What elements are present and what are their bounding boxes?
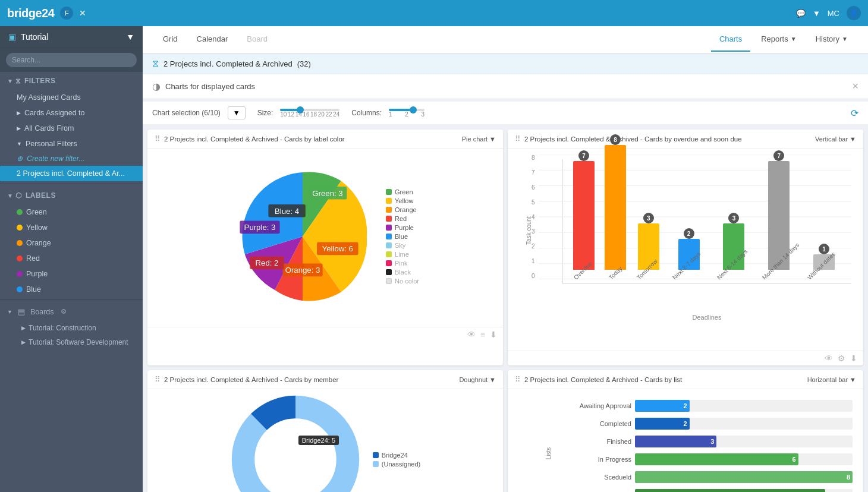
size-slider-thumb[interactable] xyxy=(297,106,304,113)
chart-card-3-header: ⠿ 2 Projects incl. Completed & Archived … xyxy=(147,370,503,389)
columns-slider-track[interactable] xyxy=(389,109,424,111)
pie-chart-svg: Blue: 4 Green: 3 Yellow: 6 Orange: 3 Red… xyxy=(231,165,374,308)
arrow-icon: ▼ xyxy=(7,78,13,84)
hbar-fill-todo: 7 xyxy=(635,489,825,492)
arrow-icon: ▶ xyxy=(17,125,21,131)
create-filter-label: Create new filter... xyxy=(27,154,84,163)
board-name: Tutorial: Construction xyxy=(29,324,96,332)
create-filter[interactable]: ⊕ Create new filter... xyxy=(0,152,143,166)
close-icon[interactable]: ✕ xyxy=(79,8,86,18)
refresh-btn[interactable]: ⟳ xyxy=(851,108,858,119)
chart2-footer: 👁 ⚙ ⬇ xyxy=(508,351,863,365)
project-dropdown-icon[interactable]: ▼ xyxy=(126,32,134,42)
filters-label: Filters xyxy=(24,77,56,85)
chart-card-1-header: ⠿ 2 Projects incl. Completed & Archived … xyxy=(147,130,503,149)
chart3-body: Bridge24: 5 (Unassigned): 27 Bridge24 (U… xyxy=(147,389,503,492)
chat-icon[interactable]: 💬 xyxy=(796,9,806,18)
download-icon[interactable]: ⬇ xyxy=(490,330,497,339)
label-icon: ⬡ xyxy=(15,191,22,200)
tab-reports[interactable]: Reports ▼ xyxy=(753,27,804,52)
filter-bar: ⧖ 2 Projects incl. Completed & Archived … xyxy=(143,53,868,74)
sidebar-item-my-assigned[interactable]: My Assigned Cards xyxy=(0,90,143,105)
svg-text:Purple: 3: Purple: 3 xyxy=(244,223,276,232)
chart2-type-btn[interactable]: Vertical bar ▼ xyxy=(815,135,856,143)
sidebar-label-blue[interactable]: Blue xyxy=(0,282,143,297)
chart4-type-btn[interactable]: Horizontal bar ▼ xyxy=(807,376,856,383)
boards-section-header[interactable]: ▼ ▤ Boards ⚙ xyxy=(0,302,143,321)
tab-history[interactable]: History ▼ xyxy=(807,27,856,52)
drag-icon[interactable]: ⠿ xyxy=(155,375,161,384)
chart2-type-arrow: ▼ xyxy=(850,135,856,143)
size-slider-track[interactable] xyxy=(280,109,339,111)
vbar-container: Task count 012345678 xyxy=(514,154,857,345)
sidebar-item-label: All Cards From xyxy=(24,124,74,133)
chart-card-3: ⠿ 2 Projects incl. Completed & Archived … xyxy=(147,370,503,492)
chart2-title: 2 Projects incl. Completed & Archived - … xyxy=(524,135,815,143)
reports-dropdown-icon: ▼ xyxy=(791,36,797,42)
pin-icon[interactable]: F xyxy=(60,7,73,20)
chart1-type-arrow: ▼ xyxy=(489,135,496,143)
tab-board[interactable]: Board xyxy=(238,27,276,52)
arrow-icon: ▶ xyxy=(21,325,26,331)
arrow-icon: ▶ xyxy=(17,110,21,116)
tab-charts-label: Charts xyxy=(719,34,742,43)
red-dot xyxy=(17,256,23,261)
columns-label: Columns: xyxy=(351,109,382,117)
search-input[interactable] xyxy=(6,53,137,67)
sidebar-item-all-cards[interactable]: ▶ All Cards From xyxy=(0,121,143,136)
sidebar-label-green[interactable]: Green xyxy=(0,204,143,220)
sidebar: ▣ Tutorial ▼ ▼ ⧖ Filters My Assigned Car… xyxy=(0,26,143,492)
hide-icon[interactable]: 👁 xyxy=(467,330,476,339)
hbar-val-finished: 3 xyxy=(710,438,714,445)
user-avatar[interactable]: 👤 xyxy=(847,6,861,20)
bar-badge-more14: 7 xyxy=(773,150,784,161)
bar-badge-tomorrow: 3 xyxy=(643,213,654,223)
tab-calendar[interactable]: Calendar xyxy=(188,27,237,52)
charts-close-btn[interactable]: × xyxy=(852,80,858,93)
sidebar-label-orange[interactable]: Orange xyxy=(0,235,143,251)
sidebar-label-red[interactable]: Red xyxy=(0,251,143,266)
download-icon[interactable]: ⬇ xyxy=(850,354,857,363)
project-selector[interactable]: ▣ Tutorial ▼ xyxy=(0,26,143,48)
tab-grid[interactable]: Grid xyxy=(155,27,186,52)
chart4-body: Lists Awaiting Approval 2 xyxy=(508,389,863,492)
columns-slider-thumb[interactable] xyxy=(410,106,417,113)
sidebar-item-cards-assigned[interactable]: ▶ Cards Assigned to xyxy=(0,105,143,121)
sidebar-item-personal-filters[interactable]: ▼ Personal Filters xyxy=(0,136,143,152)
labels-section-header[interactable]: ▼ ⬡ Labels xyxy=(0,187,143,204)
chart-selection-label: Chart selection (6/10) xyxy=(152,109,221,117)
chart1-type-btn[interactable]: Pie chart ▼ xyxy=(462,135,496,143)
drag-icon[interactable]: ⠿ xyxy=(515,134,521,143)
vbar-tomorrow: 3 Tomorrow xyxy=(636,223,662,283)
chart3-type-btn[interactable]: Doughnut ▼ xyxy=(459,376,496,383)
chart-card-2-header: ⠿ 2 Projects incl. Completed & Archived … xyxy=(508,130,863,149)
chart3-type-label: Doughnut xyxy=(459,376,488,383)
vbar-nodates: 1 Without dates xyxy=(806,254,842,283)
tab-history-label: History xyxy=(816,34,839,43)
sidebar-label-yellow[interactable]: Yellow xyxy=(0,220,143,235)
blue-dot xyxy=(17,286,23,292)
hbar-track-inprogress: 6 xyxy=(635,453,853,465)
table-icon[interactable]: ≡ xyxy=(480,330,485,339)
settings-icon[interactable]: ⚙ xyxy=(838,354,845,363)
sidebar-item-active-filter[interactable]: 2 Projects incl. Completed & Ar... xyxy=(0,166,143,181)
boards-settings-icon[interactable]: ⚙ xyxy=(61,308,67,316)
purple-dot xyxy=(17,271,23,277)
columns-slider-labels: 123 xyxy=(389,111,424,118)
hide-icon[interactable]: 👁 xyxy=(825,354,833,363)
project-icon: ▣ xyxy=(8,32,16,42)
tab-charts[interactable]: Charts xyxy=(711,27,750,52)
arrow-icon: ▼ xyxy=(7,309,12,315)
dropdown-icon[interactable]: ▼ xyxy=(813,9,820,18)
bar-badge-next27: 2 xyxy=(684,228,694,239)
board-tutorial-construction[interactable]: ▶ Tutorial: Construction xyxy=(0,321,143,335)
chart-selection-dropdown[interactable]: ▼ xyxy=(228,106,246,119)
board-tutorial-software[interactable]: ▶ Tutorial: Software Development xyxy=(0,335,143,349)
drag-icon[interactable]: ⠿ xyxy=(155,134,161,143)
hbar-val-inprogress: 6 xyxy=(792,456,795,463)
filters-section-header[interactable]: ▼ ⧖ Filters xyxy=(0,72,143,90)
sidebar-label-purple[interactable]: Purple xyxy=(0,266,143,282)
drag-icon[interactable]: ⠿ xyxy=(515,375,521,384)
size-label: Size: xyxy=(257,109,273,117)
label-name: Orange xyxy=(26,239,51,247)
